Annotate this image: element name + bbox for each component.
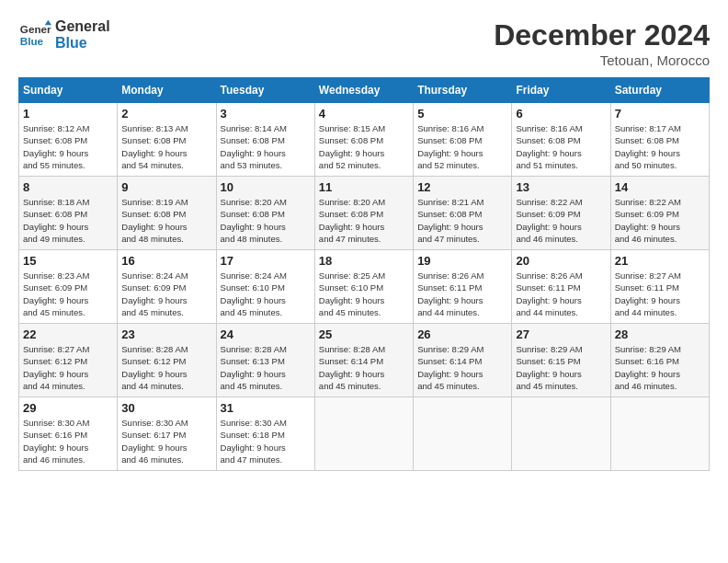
- day-number: 17: [221, 254, 311, 268]
- day-detail: Sunrise: 8:13 AM Sunset: 6:08 PM Dayligh…: [121, 122, 211, 171]
- day-detail: Sunrise: 8:17 AM Sunset: 6:08 PM Dayligh…: [615, 122, 705, 171]
- day-detail: Sunrise: 8:23 AM Sunset: 6:09 PM Dayligh…: [23, 270, 113, 318]
- calendar-cell: 20Sunrise: 8:26 AM Sunset: 6:11 PM Dayli…: [512, 250, 610, 324]
- calendar-cell: 1Sunrise: 8:12 AM Sunset: 6:08 PM Daylig…: [19, 103, 118, 177]
- day-detail: Sunrise: 8:30 AM Sunset: 6:18 PM Dayligh…: [221, 417, 311, 465]
- calendar-cell: 27Sunrise: 8:29 AM Sunset: 6:15 PM Dayli…: [512, 324, 610, 397]
- calendar-cell: 6Sunrise: 8:16 AM Sunset: 6:08 PM Daylig…: [512, 103, 610, 177]
- calendar-cell: 14Sunrise: 8:22 AM Sunset: 6:09 PM Dayli…: [610, 177, 709, 250]
- day-number: 15: [23, 254, 113, 268]
- calendar-cell: 23Sunrise: 8:28 AM Sunset: 6:12 PM Dayli…: [118, 324, 216, 397]
- day-number: 30: [121, 401, 211, 415]
- logo-icon: General Blue: [18, 18, 51, 52]
- calendar-cell: 19Sunrise: 8:26 AM Sunset: 6:11 PM Dayli…: [414, 250, 512, 324]
- calendar-cell: 24Sunrise: 8:28 AM Sunset: 6:13 PM Dayli…: [216, 324, 314, 397]
- day-detail: Sunrise: 8:26 AM Sunset: 6:11 PM Dayligh…: [417, 270, 507, 318]
- day-detail: Sunrise: 8:21 AM Sunset: 6:08 PM Dayligh…: [417, 196, 507, 245]
- day-detail: Sunrise: 8:20 AM Sunset: 6:08 PM Dayligh…: [319, 196, 409, 245]
- calendar-cell: 8Sunrise: 8:18 AM Sunset: 6:08 PM Daylig…: [19, 177, 118, 250]
- day-number: 16: [121, 254, 211, 268]
- day-detail: Sunrise: 8:12 AM Sunset: 6:08 PM Dayligh…: [23, 122, 113, 171]
- day-number: 19: [417, 254, 507, 268]
- day-detail: Sunrise: 8:27 AM Sunset: 6:12 PM Dayligh…: [23, 343, 113, 392]
- calendar-cell: 28Sunrise: 8:29 AM Sunset: 6:16 PM Dayli…: [610, 324, 709, 397]
- day-detail: Sunrise: 8:22 AM Sunset: 6:09 PM Dayligh…: [516, 196, 606, 245]
- location-subtitle: Tetouan, Morocco: [494, 52, 710, 68]
- day-number: 18: [319, 254, 409, 268]
- calendar-cell: [414, 397, 512, 471]
- calendar-cell: 16Sunrise: 8:24 AM Sunset: 6:09 PM Dayli…: [118, 250, 216, 324]
- day-number: 14: [615, 180, 705, 194]
- day-number: 24: [221, 327, 311, 341]
- day-number: 31: [221, 401, 311, 415]
- day-number: 6: [516, 107, 606, 121]
- day-number: 22: [23, 327, 113, 341]
- calendar-cell: 15Sunrise: 8:23 AM Sunset: 6:09 PM Dayli…: [19, 250, 118, 324]
- day-detail: Sunrise: 8:18 AM Sunset: 6:08 PM Dayligh…: [23, 196, 113, 245]
- day-detail: Sunrise: 8:19 AM Sunset: 6:08 PM Dayligh…: [121, 196, 211, 245]
- day-number: 10: [221, 180, 311, 194]
- calendar-cell: 13Sunrise: 8:22 AM Sunset: 6:09 PM Dayli…: [512, 177, 610, 250]
- col-header-sunday: Sunday: [19, 78, 118, 103]
- col-header-tuesday: Tuesday: [216, 78, 314, 103]
- calendar-cell: 18Sunrise: 8:25 AM Sunset: 6:10 PM Dayli…: [314, 250, 413, 324]
- day-detail: Sunrise: 8:27 AM Sunset: 6:11 PM Dayligh…: [615, 270, 705, 318]
- calendar-cell: 11Sunrise: 8:20 AM Sunset: 6:08 PM Dayli…: [314, 177, 413, 250]
- day-detail: Sunrise: 8:29 AM Sunset: 6:15 PM Dayligh…: [516, 343, 606, 392]
- calendar-cell: [512, 397, 610, 471]
- day-detail: Sunrise: 8:25 AM Sunset: 6:10 PM Dayligh…: [319, 270, 409, 318]
- title-block: December 2024 Tetouan, Morocco: [494, 18, 710, 68]
- svg-text:Blue: Blue: [20, 35, 44, 47]
- day-number: 8: [23, 180, 113, 194]
- logo-blue: Blue: [55, 35, 110, 52]
- day-detail: Sunrise: 8:30 AM Sunset: 6:16 PM Dayligh…: [23, 417, 113, 465]
- day-detail: Sunrise: 8:24 AM Sunset: 6:10 PM Dayligh…: [221, 270, 311, 318]
- calendar-cell: 21Sunrise: 8:27 AM Sunset: 6:11 PM Dayli…: [610, 250, 709, 324]
- day-detail: Sunrise: 8:30 AM Sunset: 6:17 PM Dayligh…: [121, 417, 211, 465]
- day-number: 13: [516, 180, 606, 194]
- day-number: 23: [121, 327, 211, 341]
- calendar-cell: 30Sunrise: 8:30 AM Sunset: 6:17 PM Dayli…: [118, 397, 216, 471]
- calendar-cell: [314, 397, 413, 471]
- day-number: 5: [417, 107, 507, 121]
- day-number: 7: [615, 107, 705, 121]
- day-detail: Sunrise: 8:20 AM Sunset: 6:08 PM Dayligh…: [221, 196, 311, 245]
- day-detail: Sunrise: 8:26 AM Sunset: 6:11 PM Dayligh…: [516, 270, 606, 318]
- day-number: 2: [121, 107, 211, 121]
- calendar-cell: 7Sunrise: 8:17 AM Sunset: 6:08 PM Daylig…: [610, 103, 709, 177]
- col-header-thursday: Thursday: [414, 78, 512, 103]
- calendar-cell: 12Sunrise: 8:21 AM Sunset: 6:08 PM Dayli…: [414, 177, 512, 250]
- day-detail: Sunrise: 8:16 AM Sunset: 6:08 PM Dayligh…: [516, 122, 606, 171]
- day-number: 20: [516, 254, 606, 268]
- calendar-cell: 5Sunrise: 8:16 AM Sunset: 6:08 PM Daylig…: [414, 103, 512, 177]
- calendar-cell: 29Sunrise: 8:30 AM Sunset: 6:16 PM Dayli…: [19, 397, 118, 471]
- calendar-cell: 2Sunrise: 8:13 AM Sunset: 6:08 PM Daylig…: [118, 103, 216, 177]
- day-number: 27: [516, 327, 606, 341]
- day-detail: Sunrise: 8:14 AM Sunset: 6:08 PM Dayligh…: [221, 122, 311, 171]
- day-number: 26: [417, 327, 507, 341]
- calendar-cell: 31Sunrise: 8:30 AM Sunset: 6:18 PM Dayli…: [216, 397, 314, 471]
- calendar-cell: 26Sunrise: 8:29 AM Sunset: 6:14 PM Dayli…: [414, 324, 512, 397]
- day-number: 12: [417, 180, 507, 194]
- day-number: 21: [615, 254, 705, 268]
- logo-general: General: [55, 18, 110, 35]
- day-number: 4: [319, 107, 409, 121]
- day-number: 29: [23, 401, 113, 415]
- day-number: 28: [615, 327, 705, 341]
- day-detail: Sunrise: 8:28 AM Sunset: 6:13 PM Dayligh…: [221, 343, 311, 392]
- calendar-cell: 25Sunrise: 8:28 AM Sunset: 6:14 PM Dayli…: [314, 324, 413, 397]
- col-header-saturday: Saturday: [610, 78, 709, 103]
- calendar-cell: [610, 397, 709, 471]
- day-detail: Sunrise: 8:29 AM Sunset: 6:14 PM Dayligh…: [417, 343, 507, 392]
- day-number: 9: [121, 180, 211, 194]
- month-title: December 2024: [494, 18, 710, 52]
- calendar-table: SundayMondayTuesdayWednesdayThursdayFrid…: [18, 77, 710, 471]
- col-header-monday: Monday: [118, 78, 216, 103]
- col-header-wednesday: Wednesday: [314, 78, 413, 103]
- logo: General Blue General Blue: [18, 18, 110, 52]
- calendar-cell: 4Sunrise: 8:15 AM Sunset: 6:08 PM Daylig…: [314, 103, 413, 177]
- day-detail: Sunrise: 8:28 AM Sunset: 6:14 PM Dayligh…: [319, 343, 409, 392]
- calendar-cell: 22Sunrise: 8:27 AM Sunset: 6:12 PM Dayli…: [19, 324, 118, 397]
- calendar-cell: 3Sunrise: 8:14 AM Sunset: 6:08 PM Daylig…: [216, 103, 314, 177]
- day-detail: Sunrise: 8:16 AM Sunset: 6:08 PM Dayligh…: [417, 122, 507, 171]
